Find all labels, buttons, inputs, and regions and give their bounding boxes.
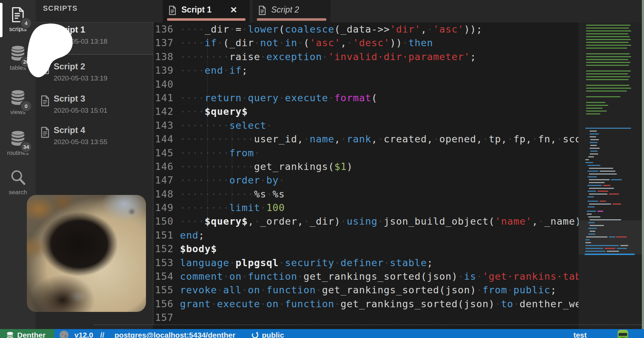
tab-label: Script 2 — [271, 5, 299, 15]
user-avatar[interactable] — [618, 330, 628, 338]
count-badge: 0 — [20, 100, 32, 112]
scrollbar-edge[interactable] — [642, 0, 644, 329]
status-app-menu[interactable]: Denther — [0, 329, 54, 338]
code-line: 139····end·if; — [153, 64, 579, 77]
script-list-item[interactable]: Script 3 2020-05-03 15:01 — [36, 92, 153, 123]
annotation-blob — [26, 23, 77, 80]
code-line: 157 — [153, 311, 579, 324]
search-icon — [8, 168, 28, 189]
line-number: 148 — [153, 187, 180, 201]
tab-script-1[interactable]: Script 1 ✕ — [163, 0, 250, 23]
line-number: 138 — [153, 50, 180, 64]
close-icon[interactable]: ✕ — [230, 5, 237, 15]
code-line: 136····_dir·=·lower(coalesce(_data->>'di… — [153, 23, 579, 36]
code-line: 149········limit·100 — [153, 201, 579, 215]
document-icon — [258, 5, 266, 17]
script-timestamp: 2020-05-03 15:01 — [54, 107, 107, 114]
code-line: 148············%s·%s — [153, 187, 579, 201]
code-line: 146············get_rankings($1) — [153, 160, 579, 173]
postgres-elephant-icon — [59, 330, 69, 338]
line-number: 153 — [153, 256, 180, 270]
line-number: 137 — [153, 36, 180, 50]
line-number: 150 — [153, 215, 180, 228]
line-number: 139 — [153, 64, 180, 77]
line-number: 152 — [153, 242, 180, 256]
tab-bar: Script 1 ✕ Script 2 — [153, 0, 644, 23]
line-number: 144 — [153, 132, 180, 146]
script-title: Script 3 — [54, 94, 85, 104]
line-number: 146 — [153, 160, 180, 173]
database-icon — [6, 331, 14, 338]
code-line: 152$body$ — [153, 242, 579, 256]
code-line: 153language·plpgsql·security·definer·sta… — [153, 256, 579, 270]
sidebar-item-search[interactable]: search — [0, 168, 36, 196]
document-icon — [40, 95, 50, 108]
status-connection-section: v12.0 // postgres@localhost:5434/denther… — [54, 329, 644, 338]
minimap-region — [579, 23, 644, 329]
line-number: 136 — [153, 23, 180, 36]
code-line: 143········select· — [153, 119, 579, 132]
status-separator: // — [100, 331, 104, 338]
line-number: 155 — [153, 283, 180, 297]
minimap[interactable] — [585, 23, 638, 280]
line-number: 149 — [153, 201, 180, 215]
tab-script-2[interactable]: Script 2 — [253, 0, 331, 23]
line-number: 157 — [153, 311, 180, 324]
schema-name[interactable]: public — [262, 331, 284, 338]
dog-photo — [27, 195, 146, 312]
code-line: 144············user_id,·name,·rank,·crea… — [153, 132, 579, 146]
schema-icon — [251, 331, 259, 338]
sidebar-item-views[interactable]: 0 views — [0, 88, 36, 116]
document-icon — [169, 5, 176, 17]
line-number: 140 — [153, 78, 180, 91]
code-line: 140 — [153, 78, 579, 91]
line-number: 141 — [153, 91, 180, 105]
line-number: 151 — [153, 229, 180, 242]
code-line: 145········from· — [153, 146, 579, 160]
scripts-panel-title: SCRIPTS — [43, 4, 78, 13]
editor-bottom-divider — [94, 324, 642, 325]
database-icon: 0 — [8, 88, 28, 109]
code-line: 137····if·(_dir·not·in·('asc',·'desc'))·… — [153, 36, 579, 50]
line-number: 145 — [153, 146, 180, 160]
code-line: 150····$query$,·_order,·_dir)·using·json… — [153, 215, 579, 228]
script-timestamp: 2020-05-03 13:55 — [54, 138, 107, 146]
sidebar-item-label: search — [0, 189, 36, 196]
code-line: 151end; — [153, 229, 579, 242]
line-number: 154 — [153, 270, 180, 283]
code-line: 156grant·execute·on·function·get_ranking… — [153, 297, 579, 311]
tab-underline — [257, 18, 326, 21]
line-number: 142 — [153, 105, 180, 118]
status-app-name: Denther — [17, 331, 45, 338]
code-editor[interactable]: 136····_dir·=·lower(coalesce(_data->>'di… — [153, 23, 579, 325]
count-badge: 34 — [20, 141, 32, 153]
code-line: 155revoke·all·on·function·get_rankings_s… — [153, 283, 579, 297]
code-line: 138········raise·exception·'invalid·dir·… — [153, 50, 579, 64]
database-icon: 26 — [8, 44, 28, 64]
code-line: 141····return·query·execute·format( — [153, 91, 579, 105]
line-number: 143 — [153, 119, 180, 132]
code-line: 147········order·by· — [153, 173, 579, 187]
code-lines: 136····_dir·=·lower(coalesce(_data->>'di… — [153, 23, 579, 325]
tab-underline — [167, 18, 245, 21]
code-line: 154comment·on·function·get_rankings_sort… — [153, 270, 579, 283]
line-number: 147 — [153, 173, 180, 187]
database-icon: 34 — [8, 129, 28, 150]
status-bar: Denther v12.0 // postgres@localhost:5434… — [0, 329, 644, 338]
script-title: Script 4 — [54, 125, 85, 135]
profile-name[interactable]: test — [574, 331, 587, 338]
tab-label: Script 1 — [181, 5, 211, 15]
sidebar-item-routines[interactable]: 34 routines — [0, 129, 36, 157]
document-stack-icon: 4 — [8, 5, 28, 26]
document-icon — [40, 127, 50, 139]
code-line: 142····$query$ — [153, 105, 579, 118]
server-version[interactable]: v12.0 — [74, 331, 93, 338]
script-list-item[interactable]: Script 4 2020-05-03 13:55 — [36, 123, 153, 155]
connection-string[interactable]: postgres@localhost:5434/denther — [114, 331, 235, 338]
line-number: 156 — [153, 297, 180, 311]
